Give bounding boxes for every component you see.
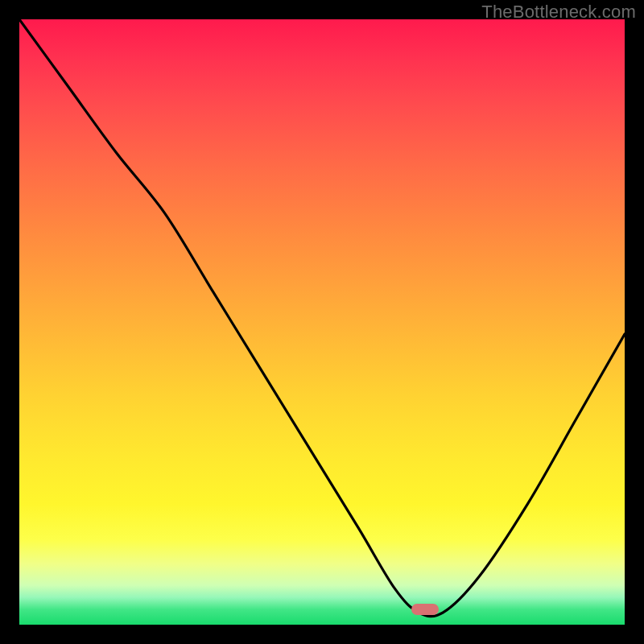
curve-path bbox=[19, 19, 625, 617]
optimal-point-marker bbox=[411, 604, 439, 615]
bottleneck-curve bbox=[19, 19, 625, 625]
plot-area bbox=[19, 19, 625, 625]
